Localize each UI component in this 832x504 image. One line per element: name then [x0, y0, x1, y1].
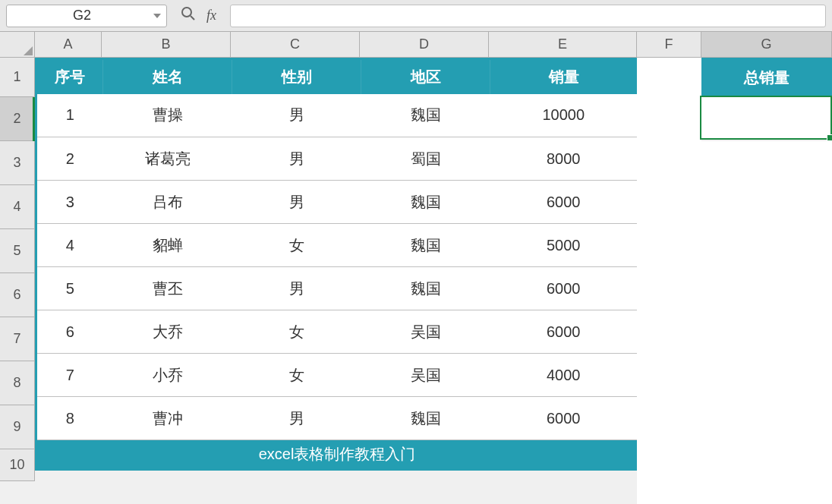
table-row: 6 大乔 女 吴国 6000 — [36, 310, 638, 354]
cell[interactable]: 4 — [36, 224, 103, 267]
empty-col-f[interactable] — [637, 58, 701, 504]
col-header-f[interactable]: F — [637, 32, 701, 58]
cells-area[interactable]: 序号 姓名 性别 地区 销量 1 曹操 男 魏国 10000 2 诸葛亮 男 蜀… — [35, 58, 639, 481]
cell[interactable]: 6000 — [490, 397, 638, 440]
cell[interactable]: 4000 — [490, 354, 638, 397]
row-header-1[interactable]: 1 — [0, 58, 35, 97]
cell[interactable]: 女 — [232, 224, 361, 267]
cell[interactable]: 诸葛亮 — [103, 137, 232, 181]
selected-cell-g2[interactable] — [700, 96, 832, 140]
table-row: 2 诸葛亮 男 蜀国 8000 — [36, 137, 638, 181]
header-sales[interactable]: 销量 — [490, 59, 638, 94]
cell[interactable]: 魏国 — [361, 224, 490, 267]
formula-bar: G2 fx — [0, 0, 832, 32]
name-box-value: G2 — [11, 8, 153, 24]
table-row: 3 吕布 男 魏国 6000 — [36, 181, 638, 224]
fx-label[interactable]: fx — [206, 8, 216, 24]
cell[interactable]: 8 — [36, 397, 103, 440]
cell[interactable]: 2 — [36, 137, 103, 181]
select-all-corner[interactable] — [0, 32, 35, 58]
cell[interactable]: 女 — [232, 354, 361, 397]
cell[interactable]: 10000 — [490, 94, 638, 137]
table-row: 7 小乔 女 吴国 4000 — [36, 354, 638, 397]
cell[interactable]: 5 — [36, 267, 103, 310]
data-table: 序号 姓名 性别 地区 销量 1 曹操 男 魏国 10000 2 诸葛亮 男 蜀… — [35, 58, 639, 471]
row-header-7[interactable]: 7 — [0, 317, 35, 361]
cell[interactable]: 男 — [232, 397, 361, 440]
cell[interactable]: 魏国 — [361, 181, 490, 224]
sheet-body: 1 2 3 4 5 6 7 8 9 10 序号 姓名 性别 地区 销量 1 曹操… — [0, 58, 832, 481]
cell[interactable]: 8000 — [490, 137, 638, 181]
col-header-d[interactable]: D — [360, 32, 489, 58]
cell[interactable]: 5000 — [490, 224, 638, 267]
cell[interactable]: 蜀国 — [361, 137, 490, 181]
cell[interactable]: 吴国 — [361, 310, 490, 354]
col-header-a[interactable]: A — [35, 32, 102, 58]
cell[interactable]: 男 — [232, 94, 361, 137]
col-header-b[interactable]: B — [102, 32, 231, 58]
cell[interactable]: 6000 — [490, 310, 638, 354]
row-header-6[interactable]: 6 — [0, 273, 35, 317]
table-row: 1 曹操 男 魏国 10000 — [36, 94, 638, 137]
cell[interactable]: 3 — [36, 181, 103, 224]
cell[interactable]: 魏国 — [361, 94, 490, 137]
cell[interactable]: 女 — [232, 310, 361, 354]
table-row: 5 曹丕 男 魏国 6000 — [36, 267, 638, 310]
cell[interactable]: 魏国 — [361, 397, 490, 440]
cell[interactable]: 吴国 — [361, 354, 490, 397]
row-header-5[interactable]: 5 — [0, 229, 35, 273]
total-sales-header[interactable]: 总销量 — [701, 58, 832, 97]
column-headers: A B C D E F G — [35, 32, 832, 58]
cell[interactable]: 曹丕 — [103, 267, 232, 310]
svg-point-0 — [182, 8, 191, 17]
cell[interactable]: 1 — [36, 94, 103, 137]
header-region[interactable]: 地区 — [361, 59, 490, 94]
row-header-2[interactable]: 2 — [0, 97, 35, 141]
cell[interactable]: 小乔 — [103, 354, 232, 397]
empty-col-g-below[interactable] — [701, 141, 832, 504]
cell[interactable]: 魏国 — [361, 267, 490, 310]
search-icon[interactable] — [181, 6, 196, 25]
footer-text[interactable]: excel表格制作教程入门 — [36, 440, 638, 470]
header-name[interactable]: 姓名 — [103, 59, 232, 94]
row-selection-indicator — [33, 97, 35, 141]
header-seq[interactable]: 序号 — [36, 59, 103, 94]
cell[interactable]: 吕布 — [103, 181, 232, 224]
row-header-3[interactable]: 3 — [0, 141, 35, 185]
name-box-dropdown-icon[interactable] — [153, 11, 162, 20]
svg-line-1 — [191, 16, 194, 20]
row-headers: 1 2 3 4 5 6 7 8 9 10 — [0, 58, 35, 481]
cell[interactable]: 曹操 — [103, 94, 232, 137]
sheet-grid: A B C D E F G — [0, 32, 832, 58]
formula-tools: fx — [173, 6, 224, 25]
cell[interactable]: 6000 — [490, 181, 638, 224]
cell[interactable]: 曹冲 — [103, 397, 232, 440]
cell[interactable]: 大乔 — [103, 310, 232, 354]
row-header-8[interactable]: 8 — [0, 361, 35, 405]
col-header-c[interactable]: C — [231, 32, 360, 58]
cell[interactable]: 7 — [36, 354, 103, 397]
col-header-g[interactable]: G — [701, 32, 832, 58]
name-box[interactable]: G2 — [6, 5, 167, 27]
table-footer-row: excel表格制作教程入门 — [36, 440, 638, 470]
col-header-e[interactable]: E — [489, 32, 637, 58]
table-row: 8 曹冲 男 魏国 6000 — [36, 397, 638, 440]
cell[interactable]: 貂蝉 — [103, 224, 232, 267]
cell[interactable]: 男 — [232, 181, 361, 224]
table-row: 4 貂蝉 女 魏国 5000 — [36, 224, 638, 267]
table-header-row: 序号 姓名 性别 地区 销量 — [36, 59, 638, 94]
row-header-10[interactable]: 10 — [0, 449, 35, 481]
row-header-9[interactable]: 9 — [0, 405, 35, 449]
header-gender[interactable]: 性别 — [232, 59, 361, 94]
cell[interactable]: 6 — [36, 310, 103, 354]
cell[interactable]: 6000 — [490, 267, 638, 310]
corner-triangle-icon — [24, 46, 33, 55]
cell[interactable]: 男 — [232, 267, 361, 310]
row-header-4[interactable]: 4 — [0, 185, 35, 229]
formula-input[interactable] — [230, 5, 826, 27]
cell[interactable]: 男 — [232, 137, 361, 181]
